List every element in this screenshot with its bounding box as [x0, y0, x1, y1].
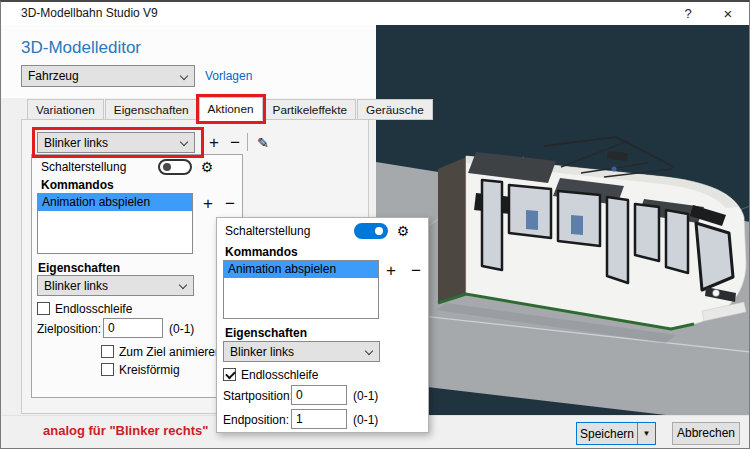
save-button-label[interactable]: Speichern	[577, 423, 637, 444]
help-button[interactable]: ?	[671, 2, 705, 25]
templates-link[interactable]: Vorlagen	[205, 69, 252, 83]
chevron-down-icon	[180, 138, 188, 146]
endlosschleife-checkbox[interactable]	[37, 302, 50, 315]
endlosschleife-label: Endlosschleife	[55, 302, 132, 316]
command-remove-button[interactable]: −	[220, 193, 240, 214]
chevron-down-icon	[365, 347, 373, 355]
command-add-button[interactable]: +	[198, 193, 218, 214]
cancel-button[interactable]: Abbrechen	[672, 422, 740, 445]
tab-variationen[interactable]: Variationen	[27, 99, 104, 120]
popup-endlosschleife-label: Endlosschleife	[241, 368, 318, 382]
startposition-range: (0-1)	[353, 389, 378, 403]
3d-viewport[interactable]	[376, 25, 750, 415]
zielposition-input[interactable]	[103, 318, 163, 338]
switch-state-toggle[interactable]	[158, 159, 192, 175]
save-dropdown-button[interactable]: ▼	[638, 423, 655, 444]
tab-strip: Variationen Eigenschaften Aktionen Parti…	[27, 99, 434, 121]
list-item[interactable]: Animation abspielen	[224, 261, 378, 278]
title-bar: 3D-Modellbahn Studio V9 ? ×	[1, 2, 749, 25]
popup-switch-settings-button[interactable]: ⚙	[393, 220, 413, 241]
zum-ziel-checkbox[interactable]	[101, 345, 114, 358]
startposition-label: Startposition:	[223, 389, 287, 403]
list-item[interactable]: Animation abspielen	[38, 194, 192, 211]
gear-icon: ⚙	[201, 159, 214, 175]
property-select[interactable]: Blinker links	[37, 275, 194, 296]
popup-commands-list[interactable]: Animation abspielen	[223, 260, 379, 319]
zielposition-range: (0-1)	[169, 322, 194, 336]
switch-settings-button[interactable]: ⚙	[197, 156, 217, 177]
dropdown-arrow-icon: ▼	[643, 429, 651, 438]
popup-endlosschleife-checkbox[interactable]	[223, 368, 236, 381]
commands-label: Kommandos	[41, 178, 114, 192]
commands-list[interactable]: Animation abspielen	[37, 193, 193, 254]
tab-partikeleffekte[interactable]: Partikeleffekte	[264, 99, 357, 120]
toolbar-divider	[247, 133, 248, 151]
chevron-down-icon	[179, 281, 187, 289]
popup-command-add-button[interactable]: +	[381, 260, 401, 281]
action-select[interactable]: Blinker links	[37, 132, 195, 153]
pencil-icon: ✎	[257, 135, 269, 151]
endposition-input[interactable]	[291, 409, 347, 429]
popup-commands-label: Kommandos	[225, 245, 298, 259]
endposition-label: Endposition:	[223, 413, 287, 427]
popup-property-select[interactable]: Blinker links	[223, 341, 380, 362]
action-edit-button[interactable]: ✎	[253, 132, 273, 153]
popup-switch-state-label: Schalterstellung	[225, 224, 310, 238]
action-remove-button[interactable]: −	[225, 132, 245, 153]
properties-label: Eigenschaften	[38, 261, 120, 275]
zum-ziel-label: Zum Ziel animieren	[119, 345, 222, 359]
gear-icon: ⚙	[397, 223, 410, 239]
close-button[interactable]: ×	[711, 2, 745, 25]
page-title: 3D-Modelleditor	[21, 38, 141, 58]
zielposition-label: Zielposition:	[37, 322, 99, 336]
toggle-knob	[375, 227, 383, 235]
popup-switch-state-toggle[interactable]	[354, 223, 388, 239]
endposition-range: (0-1)	[353, 413, 378, 427]
app-window: 3D-Modellbahn Studio V9 ? × 3D-Modelledi…	[0, 0, 750, 449]
popup-properties-label: Eigenschaften	[225, 326, 307, 340]
startposition-input[interactable]	[291, 385, 347, 405]
window-title: 3D-Modellbahn Studio V9	[21, 6, 158, 20]
editor-header	[1, 25, 376, 98]
chevron-down-icon	[180, 72, 188, 80]
tab-aktionen[interactable]: Aktionen	[199, 97, 263, 121]
popup-property-select-value: Blinker links	[230, 345, 294, 359]
tab-eigenschaften[interactable]: Eigenschaften	[105, 99, 198, 120]
tab-geraeusche[interactable]: Geräusche	[357, 99, 433, 120]
category-select[interactable]: Fahrzeug	[21, 65, 195, 87]
action-add-button[interactable]: +	[204, 132, 224, 153]
annotation-note: analog für "Blinker rechts"	[43, 423, 208, 438]
category-select-value: Fahrzeug	[28, 69, 79, 83]
kreisfoermig-checkbox[interactable]	[101, 363, 114, 376]
switch-state-label: Schalterstellung	[41, 160, 126, 174]
action-select-value: Blinker links	[44, 136, 108, 150]
save-button[interactable]: Speichern ▼	[576, 422, 656, 445]
property-select-value: Blinker links	[44, 279, 108, 293]
action-popup: Schalterstellung ⚙ Kommandos Animation a…	[216, 217, 429, 433]
kreisfoermig-label: Kreisförmig	[119, 363, 180, 377]
toggle-knob	[163, 163, 171, 171]
popup-command-remove-button[interactable]: −	[406, 260, 426, 281]
